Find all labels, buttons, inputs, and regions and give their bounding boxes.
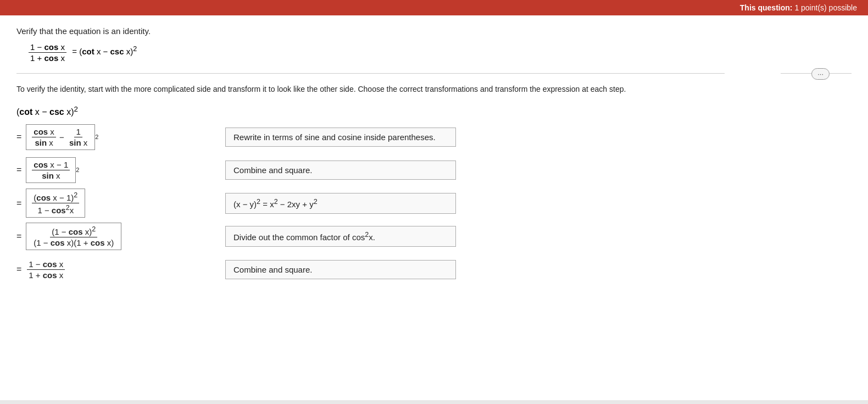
step1-frac1: cos x sin x — [32, 127, 56, 147]
step-5-math: = 1 − cos x 1 + cos x — [16, 259, 203, 280]
step1-frac2: 1 sin x — [68, 127, 89, 147]
step-4-row: = (1 − cos x)2 (1 − cos x)(1 + cos x) Di… — [16, 222, 852, 251]
step-3-math: = (cos x − 1)2 1 − cos2x — [16, 189, 203, 218]
step-2-row: = cos x − 1 sin x 2 Combine and square. — [16, 156, 852, 184]
step-1-math: = cos x sin x − 1 sin x 2 — [16, 124, 203, 150]
instruction-text: To verify the identity, start with the m… — [16, 84, 852, 95]
step2-frac: cos x − 1 sin x — [32, 160, 70, 180]
step5-frac: 1 − cos x 1 + cos x — [27, 259, 65, 280]
equation-display: 1 − cos x 1 + cos x = (cot x − csc x)2 — [27, 42, 852, 63]
step-2-math: = cos x − 1 sin x 2 — [16, 157, 203, 183]
points-text: 1 point(s) possible — [794, 3, 857, 12]
question-label: This question: — [740, 3, 793, 12]
step-2-boxed: cos x − 1 sin x — [26, 157, 76, 183]
step-1-row: = cos x sin x − 1 sin x 2 Rewrite in ter… — [16, 123, 852, 151]
step4-frac: (1 − cos x)2 (1 − cos x)(1 + cos x) — [32, 225, 115, 247]
step-1-boxed: cos x sin x − 1 sin x — [26, 124, 95, 150]
step-2-label: Combine and square. — [225, 161, 456, 180]
dots-button[interactable]: ··· — [811, 68, 830, 80]
step-3-row: = (cos x − 1)2 1 − cos2x (x − y)2 = x2 −… — [16, 189, 852, 218]
step-1-label: Rewrite in terms of sine and cosine insi… — [225, 128, 456, 147]
top-bar: This question: 1 point(s) possible — [0, 0, 868, 15]
steps-container: = cos x sin x − 1 sin x 2 Rewrite in ter… — [16, 123, 852, 284]
divider-line — [16, 73, 725, 74]
step-4-math: = (1 − cos x)2 (1 − cos x)(1 + cos x) — [16, 223, 203, 250]
step-4-label: Divide out the common factor of cos2x. — [225, 226, 456, 247]
problem-statement: Verify that the equation is an identity. — [16, 26, 852, 36]
verify-text: Verify that the equation is an identity. — [16, 26, 151, 36]
question-info: This question: 1 point(s) possible — [740, 3, 857, 12]
step-5-label: Combine and square. — [225, 260, 456, 279]
step-3-label: (x − y)2 = x2 − 2xy + y2 — [225, 193, 456, 214]
step-5-row: = 1 − cos x 1 + cos x Combine and square… — [16, 255, 852, 284]
step3-frac: (cos x − 1)2 1 − cos2x — [32, 191, 79, 215]
divider-area: ··· — [16, 68, 852, 78]
lhs-fraction: 1 − cos x 1 + cos x — [29, 42, 66, 63]
step-3-boxed: (cos x − 1)2 1 − cos2x — [26, 189, 85, 218]
main-content: Verify that the equation is an identity.… — [0, 15, 868, 400]
step-4-boxed: (1 − cos x)2 (1 − cos x)(1 + cos x) — [26, 223, 121, 250]
steps-title: (cot x − csc x)2 — [16, 105, 852, 117]
